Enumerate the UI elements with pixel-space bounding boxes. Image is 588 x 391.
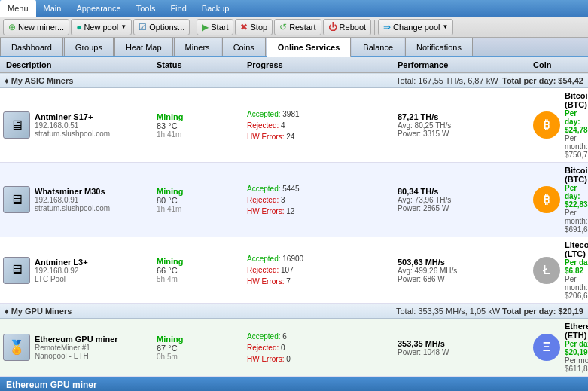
- status-col: Mining 83 °C 1h 41m: [154, 111, 244, 140]
- accepted-value: 3981: [282, 110, 299, 118]
- hwerror-label: HW Errors:: [247, 355, 286, 363]
- start-button[interactable]: ▶ Start: [197, 19, 233, 35]
- perf-col: 353,35 MH/s Power: 1048 W: [395, 338, 530, 358]
- pool-dropdown-arrow: ▼: [120, 23, 126, 30]
- coin-text: Litecoin (LTC) Per day: $6,82 Per month:…: [565, 240, 588, 300]
- table-row: 🖥 Antminer S17+ 192.168.0.51 stratum.slu…: [0, 88, 588, 163]
- miner-info-eth: 🏅 Ethereum GPU miner RemoteMiner #1 Nano…: [3, 334, 154, 361]
- perf-avg: Avg: 73,96 TH/s: [398, 196, 527, 204]
- menu-item-menu[interactable]: Menu: [0, 0, 36, 17]
- progress-col: Accepted: 3981 Rejected: 4 HW Errors: 24: [244, 107, 395, 144]
- status-time: 5h 4m: [157, 275, 241, 283]
- gpu-section-header: ♦ My GPU Miners Total: 353,35 MH/s, 1,05…: [0, 304, 588, 319]
- accepted-label: Accepted:: [247, 110, 282, 118]
- coin-month: Per month: $750,76: [565, 134, 588, 159]
- table-row: 🖥 Antminer L3+ 192.168.0.92 LTC Pool Min…: [0, 237, 588, 304]
- coin-day: Per day: $22,83: [565, 184, 588, 209]
- status-temp: 83 °C: [157, 121, 241, 130]
- asic-section-title: ♦ My ASIC Miners: [5, 76, 245, 85]
- coin-col: Ł Litecoin (LTC) Per day: $6,82 Per mont…: [530, 239, 588, 301]
- gpu-section-perday: Total per day: $20,19: [502, 307, 583, 316]
- rejected-value: 0: [281, 344, 285, 352]
- reboot-button[interactable]: ⏻ Reboot: [323, 19, 371, 35]
- col-header-status: Status: [154, 59, 244, 71]
- perf-col: 503,63 MH/s Avg: 499,26 MH/s Power: 686 …: [395, 256, 530, 285]
- options-icon: ☑: [139, 22, 147, 32]
- btc-icon: ₿: [533, 111, 560, 139]
- menu-item-find[interactable]: Find: [163, 0, 193, 17]
- tab-balance[interactable]: Balance: [352, 38, 404, 56]
- rejected-label: Rejected:: [247, 196, 281, 204]
- tab-groups[interactable]: Groups: [64, 38, 114, 56]
- coin-col: Ξ Ethereum (ETH) Per day: $20,19 Per mon…: [530, 320, 588, 374]
- perf-hash: 353,35 MH/s: [398, 339, 527, 348]
- col-header-progress: Progress: [244, 59, 395, 71]
- miner-icon-s17: 🖥: [3, 111, 30, 139]
- status-mining: Mining: [157, 257, 241, 266]
- rejected-value: 107: [281, 266, 294, 274]
- progress-col: Accepted: 5445 Rejected: 3 HW Errors: 12: [244, 182, 395, 218]
- perf-hash: 87,21 TH/s: [398, 112, 527, 121]
- status-time: 1h 41m: [157, 130, 241, 139]
- restart-button[interactable]: ↺ Restart: [274, 19, 321, 35]
- change-pool-dropdown-arrow: ▼: [442, 23, 448, 30]
- status-col: Mining 80 °C 1h 41m: [154, 185, 244, 215]
- new-pool-button[interactable]: ● New pool ▼: [71, 19, 132, 35]
- gpu-section-title: ♦ My GPU Miners: [5, 307, 245, 316]
- change-pool-button[interactable]: ⇒ Change pool ▼: [378, 19, 453, 35]
- coin-col: ₿ Bitcoin (BTC) Per day: $22,83 Per mont…: [530, 164, 588, 235]
- coin-month: Per month: $611,83: [565, 356, 588, 373]
- new-miner-icon: ⊕: [8, 22, 16, 32]
- pool-icon: ●: [76, 22, 81, 32]
- status-time: 1h 41m: [157, 205, 241, 213]
- rejected-value: 4: [281, 121, 285, 130]
- menu-item-appearance[interactable]: Appearance: [69, 0, 128, 17]
- accepted-value: 6: [282, 332, 287, 341]
- coin-text: Bitcoin (BTC) Per day: $24,78 Per month:…: [565, 91, 588, 159]
- hwerror-value: 0: [286, 355, 291, 363]
- options-button[interactable]: ☑ Options...: [133, 19, 190, 35]
- stop-button[interactable]: ✖ Stop: [235, 19, 273, 35]
- miner-ip: 192.168.0.51: [35, 121, 110, 130]
- status-col: Mining 67 °C 0h 5m: [154, 333, 244, 362]
- coin-text: Ethereum (ETH) Per day: $20,19 Per month…: [565, 322, 588, 373]
- toolbar: ⊕ New miner... ● New pool ▼ ☑ Options...…: [0, 17, 588, 38]
- tab-dashboard[interactable]: Dashboard: [0, 38, 63, 56]
- status-mining: Mining: [157, 112, 241, 121]
- coin-month: Per month: $691,61: [565, 209, 588, 234]
- miner-name: Ethereum GPU miner: [35, 334, 118, 344]
- progress-col: Accepted: 6 Rejected: 0 HW Errors: 0: [244, 329, 395, 366]
- status-col: Mining 66 °C 5h 4m: [154, 255, 244, 285]
- coin-day: Per day: $20,19: [565, 340, 588, 356]
- menu-item-main[interactable]: Main: [36, 0, 69, 17]
- new-miner-button[interactable]: ⊕ New miner...: [3, 19, 69, 35]
- tab-coins[interactable]: Coins: [222, 38, 266, 56]
- accepted-value: 5445: [282, 185, 299, 193]
- rejected-value: 3: [281, 196, 285, 204]
- tab-miners[interactable]: Miners: [174, 38, 221, 56]
- hwerror-value: 12: [286, 207, 294, 215]
- miner-text-m30s: Whatsminer M30s 192.168.0.91 stratum.slu…: [35, 187, 110, 212]
- coin-name: Bitcoin (BTC): [565, 91, 588, 109]
- perf-power: Power: 3315 W: [398, 130, 527, 138]
- miner-icon-l3: 🖥: [3, 257, 30, 284]
- accepted-label: Accepted:: [247, 185, 282, 193]
- tab-online-services[interactable]: Online Services: [267, 38, 352, 57]
- perf-hash: 503,63 MH/s: [398, 258, 527, 267]
- asic-section-perday: Total per day: $54,42: [502, 76, 583, 85]
- coin-day: Per day: $24,78: [565, 109, 588, 134]
- coin-text: Bitcoin (BTC) Per day: $22,83 Per month:…: [565, 166, 588, 234]
- hwerror-value: 24: [286, 133, 294, 141]
- tab-notifications[interactable]: Notifications: [405, 38, 473, 56]
- coin-col: ₿ Bitcoin (BTC) Per day: $24,78 Per mont…: [530, 90, 588, 160]
- rejected-label: Rejected:: [247, 266, 281, 274]
- menu-bar: Menu Main Appearance Tools Find Backup: [0, 0, 588, 17]
- tab-heatmap[interactable]: Heat Map: [114, 38, 173, 56]
- progress-col: Accepted: 16900 Rejected: 107 HW Errors:…: [244, 252, 395, 289]
- menu-item-tools[interactable]: Tools: [129, 0, 163, 17]
- menu-item-backup[interactable]: Backup: [194, 0, 237, 17]
- miner-remote: RemoteMiner #1: [35, 344, 118, 352]
- miner-pool: stratum.slushpool.com: [35, 204, 110, 212]
- miners-table-header: Description Status Progress Performance …: [0, 57, 588, 73]
- coin-month: Per month: $206,67: [565, 275, 588, 300]
